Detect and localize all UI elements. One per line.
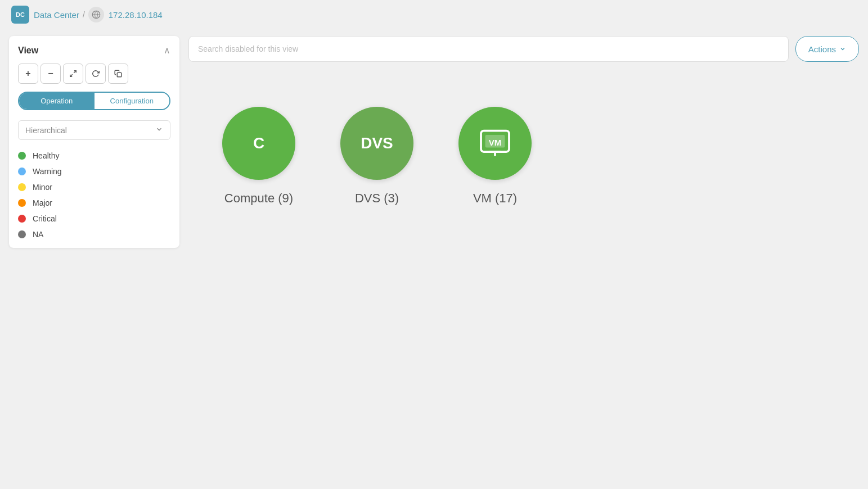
vm-label: VM (17) [473, 191, 517, 206]
compute-label: Compute (9) [224, 191, 293, 206]
compute-node[interactable]: C Compute (9) [222, 107, 295, 206]
chevron-down-icon [155, 125, 163, 135]
search-box[interactable]: Search disabled for this view [188, 36, 789, 62]
view-dropdown-text: Hierarchical [25, 126, 67, 135]
breadcrumb-ip-label[interactable]: 172.28.10.184 [109, 10, 163, 20]
legend-item-major: Major [18, 198, 170, 207]
breadcrumb-bar: DC Data Center / 172.28.10.184 [0, 0, 868, 29]
legend-label-healthy: Healthy [33, 151, 59, 160]
breadcrumb-ip-icon [88, 7, 104, 22]
actions-button[interactable]: Actions [795, 36, 859, 62]
dc-icon: DC [11, 6, 29, 24]
sidebar: View ∧ + − [0, 29, 188, 489]
vm-node[interactable]: VM VM (17) [458, 107, 532, 206]
legend-list: Healthy Warning Minor Major Critical NA [18, 151, 170, 239]
sidebar-panel: View ∧ + − [9, 36, 179, 248]
svg-rect-3 [117, 73, 122, 77]
legend-dot-minor [18, 183, 26, 191]
copy-button[interactable] [108, 64, 128, 84]
nodes-grid: C Compute (9) DVS DVS (3) [188, 73, 859, 482]
vm-circle: VM [458, 107, 532, 180]
svg-text:VM: VM [489, 138, 502, 147]
top-bar: Search disabled for this view Actions [188, 36, 859, 62]
dvs-circle: DVS [340, 107, 413, 180]
configuration-tab[interactable]: Configuration [95, 93, 170, 109]
legend-label-major: Major [33, 198, 52, 207]
expand-button[interactable] [63, 64, 83, 84]
view-toggle: Operation Configuration [18, 92, 170, 110]
toolbar: + − [18, 64, 170, 84]
legend-item-minor: Minor [18, 183, 170, 192]
legend-dot-warning [18, 167, 26, 175]
legend-label-warning: Warning [33, 167, 62, 176]
breadcrumb-separator: / [83, 10, 85, 19]
operation-tab[interactable]: Operation [19, 93, 95, 109]
breadcrumb-dc-label[interactable]: Data Center [34, 10, 79, 20]
legend-label-na: NA [33, 230, 43, 239]
refresh-button[interactable] [86, 64, 106, 84]
dvs-icon-text: DVS [361, 134, 393, 152]
sidebar-header: View ∧ [18, 45, 170, 56]
actions-label: Actions [808, 44, 836, 54]
zoom-out-button[interactable]: − [41, 64, 61, 84]
legend-dot-healthy [18, 152, 26, 160]
compute-icon-text: C [253, 134, 264, 152]
search-placeholder-text: Search disabled for this view [198, 44, 298, 53]
legend-item-warning: Warning [18, 167, 170, 176]
legend-item-critical: Critical [18, 214, 170, 223]
legend-dot-na [18, 230, 26, 238]
sidebar-collapse-icon[interactable]: ∧ [164, 45, 170, 56]
main-layout: View ∧ + − [0, 29, 868, 489]
legend-dot-major [18, 199, 26, 207]
sidebar-title: View [18, 46, 38, 56]
legend-item-na: NA [18, 230, 170, 239]
dvs-label: DVS (3) [355, 191, 399, 206]
chevron-down-icon [839, 46, 846, 52]
zoom-in-button[interactable]: + [18, 64, 38, 84]
legend-dot-critical [18, 215, 26, 223]
compute-circle: C [222, 107, 295, 180]
content-area: Search disabled for this view Actions C … [188, 29, 868, 489]
legend-item-healthy: Healthy [18, 151, 170, 160]
legend-label-minor: Minor [33, 183, 52, 192]
legend-label-critical: Critical [33, 214, 57, 223]
vm-icon: VM [478, 126, 512, 160]
view-dropdown[interactable]: Hierarchical [18, 120, 170, 140]
dvs-node[interactable]: DVS DVS (3) [340, 107, 413, 206]
